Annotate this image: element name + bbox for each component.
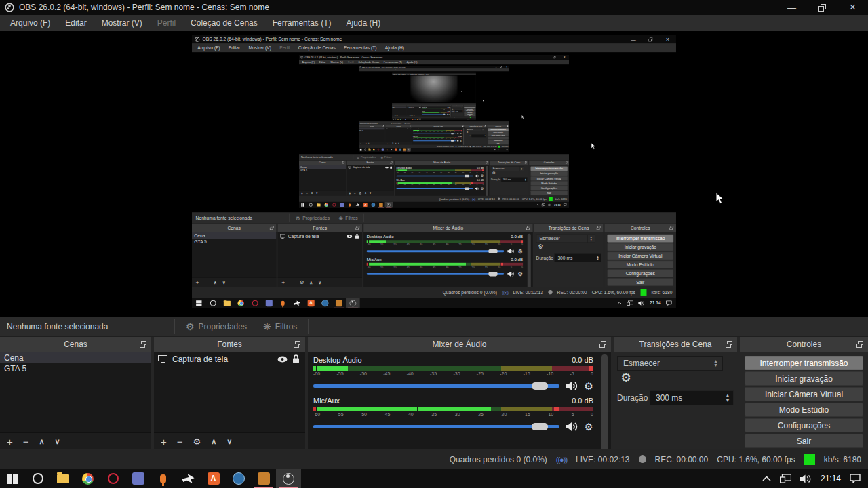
source-up-button[interactable]: ∧ [211,437,216,446]
speaker-icon[interactable] [447,114,448,115]
headset-app-icon[interactable] [318,298,332,308]
add-source-button[interactable]: + [387,142,388,144]
csgo-icon[interactable] [332,298,346,308]
menu-item-editar[interactable]: Editar [317,60,328,64]
speaker-icon[interactable] [566,422,578,432]
mixer-scrollbar[interactable] [463,128,465,146]
discord-icon[interactable] [125,469,151,488]
duration-spinner[interactable]: ▲▼ [722,393,733,403]
source-row[interactable]: Captura de tela [278,232,362,240]
tray-expand-chevron-icon[interactable] [617,302,622,304]
search-icon[interactable] [307,202,315,208]
channel-settings-gear-icon[interactable]: ⚙ [481,187,484,190]
menu-item-arquivo-f-[interactable]: Arquivo (F) [3,15,58,30]
volume-slider[interactable] [413,140,456,141]
scene-down-button[interactable]: ∨ [55,437,60,446]
file-explorer-icon[interactable] [50,469,75,488]
combo-spinner[interactable]: ▲▼ [481,129,484,131]
channel-settings-gear-icon[interactable]: ⚙ [518,248,524,253]
popout-icon[interactable] [669,225,674,230]
popout-icon[interactable] [484,125,486,127]
scene-down-button[interactable]: ∨ [222,280,225,285]
lock-icon[interactable] [292,354,300,363]
duration-input[interactable]: 300 ms ▲▼ [455,110,463,112]
popout-icon[interactable] [462,125,464,127]
remove-scene-button[interactable]: − [306,192,308,195]
source-row[interactable]: Captura de tela [347,165,393,170]
clock[interactable]: 21:14 [821,474,841,483]
lock-icon[interactable] [420,107,421,108]
transition-settings-gear-icon[interactable]: ⚙ [537,243,545,251]
obs-icon[interactable] [407,148,411,152]
visibility-eye-icon[interactable] [277,356,288,363]
channel-settings-gear-icon[interactable]: ⚙ [585,381,593,391]
popout-icon[interactable] [475,106,475,106]
scene-row[interactable]: GTA 5 [392,108,407,109]
menu-item-ajuda-h-[interactable]: Ajuda (H) [338,15,388,30]
mixer-scrollbar[interactable] [450,107,451,117]
filters-button[interactable]: ❋ Filtros [334,212,363,223]
control-button-iniciar-grava-o[interactable]: Iniciar gravação [745,371,863,386]
source-properties-button[interactable]: ⚙ [300,280,304,285]
file-explorer-icon[interactable] [220,298,234,308]
chrome-icon[interactable] [75,469,100,488]
volume-slider-handle[interactable] [532,382,548,390]
channel-settings-gear-icon[interactable]: ⚙ [460,133,461,135]
popout-icon[interactable] [420,106,421,106]
mixer-scrollbar[interactable] [601,354,608,455]
combo-spinner[interactable]: ▲▼ [460,107,462,108]
volume-slider-handle[interactable] [443,110,445,110]
filters-button[interactable]: ❋ Filtros [378,154,394,160]
network-icon[interactable] [467,119,469,119]
scene-row[interactable]: GTA 5 [0,363,151,375]
scene-down-button[interactable]: ∨ [316,192,318,195]
properties-button[interactable]: ⚙ Propriedades [291,212,334,223]
add-scene-button[interactable]: + [301,192,303,195]
volume-slider-handle[interactable] [532,423,548,430]
action-center-icon[interactable] [666,300,672,306]
source-up-button[interactable]: ∧ [310,280,313,285]
close-button[interactable]: × [559,55,569,60]
clock[interactable]: 21:14 [650,300,661,306]
popout-icon[interactable] [390,161,393,164]
channel-settings-gear-icon[interactable]: ⚙ [448,114,449,115]
lock-icon[interactable] [410,128,411,129]
transition-settings-gear-icon[interactable]: ⚙ [466,131,468,134]
add-scene-button[interactable]: + [7,436,13,447]
close-button[interactable]: × [659,35,676,43]
popout-icon[interactable] [269,225,275,230]
scene-down-button[interactable]: ∨ [368,142,369,144]
visibility-eye-icon[interactable] [385,166,389,168]
add-scene-button[interactable]: + [360,142,361,144]
volume-slider-handle[interactable] [488,272,497,276]
properties-button[interactable]: ⚙ Propriedades [178,317,255,336]
start-button[interactable] [0,469,25,488]
obs-icon[interactable] [346,298,360,308]
control-button-sair[interactable]: Sair [530,191,567,196]
duration-spinner[interactable]: ▲▼ [462,110,463,111]
properties-button[interactable]: ⚙ Propriedades [354,154,378,160]
scene-row[interactable]: GTA 5 [299,169,346,172]
popout-icon[interactable] [462,106,462,106]
lock-icon[interactable] [390,166,392,169]
mic-app-icon[interactable] [151,469,176,488]
start-button[interactable] [192,298,206,308]
csgo-icon[interactable] [251,469,276,488]
menu-item-cole-o-de-cenas[interactable]: Coleção de Cenas [356,60,382,64]
control-button-modo-est-dio[interactable]: Modo Estúdio [745,403,863,417]
combo-spinner[interactable]: ▲▼ [519,167,524,171]
volume-icon[interactable] [800,474,812,483]
popout-icon[interactable] [485,161,488,164]
channel-settings-gear-icon[interactable]: ⚙ [481,174,484,178]
speaker-icon[interactable] [457,133,459,135]
duration-input[interactable]: 300 ms ▲▼ [501,178,528,182]
mic-app-icon[interactable] [276,298,290,308]
control-button-configura-es[interactable]: Configurações [745,418,863,432]
speaker-icon[interactable] [475,174,479,178]
menu-item-ajuda-h-[interactable]: Ajuda (H) [381,43,409,52]
volume-slider-handle[interactable] [451,140,454,142]
menu-item-mostrar-v-[interactable]: Mostrar (V) [244,43,275,52]
start-button[interactable] [299,202,307,208]
visibility-eye-icon[interactable] [407,128,409,129]
transition-select[interactable]: Esmaecer ▲▼ [452,107,462,108]
